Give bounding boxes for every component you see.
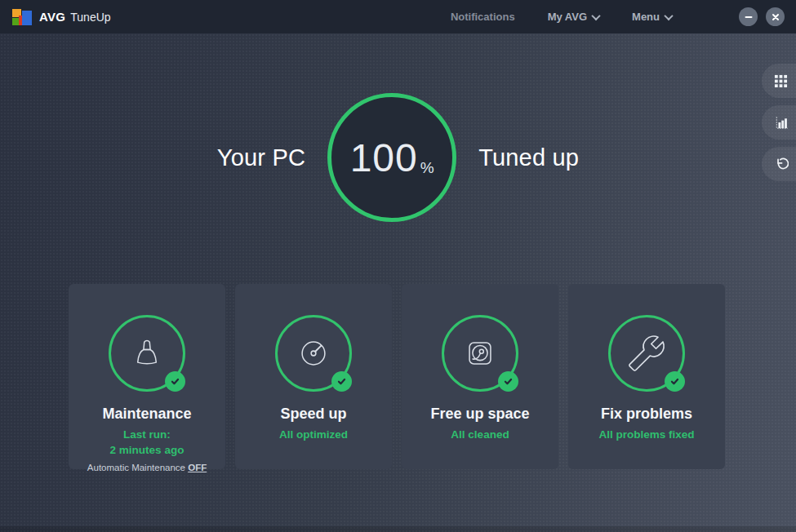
brand: AVG TuneUp (11, 7, 111, 28)
minimize-icon (744, 12, 754, 22)
card-maintenance[interactable]: Maintenance Last run: 2 minutes ago Auto… (69, 284, 225, 469)
maintenance-ring (109, 315, 185, 392)
notifications-link[interactable]: Notifications (451, 11, 515, 23)
fix-problems-ring (608, 315, 685, 392)
card-free-up-space[interactable]: Free up space All cleaned (402, 284, 558, 469)
score-value: 100 (350, 135, 418, 180)
dashboard-grid-button[interactable] (762, 64, 796, 98)
undo-rescan-icon (773, 157, 789, 172)
menu-label: Menu (632, 11, 660, 23)
card-fix-problems[interactable]: Fix problems All problems fixed (568, 284, 725, 469)
apps-grid-icon (774, 74, 788, 88)
status-line: All problems fixed (568, 428, 725, 443)
hero-left-label: Your PC (217, 144, 305, 171)
disk-icon (461, 335, 499, 372)
close-button[interactable] (766, 7, 785, 26)
brush-icon (128, 335, 166, 372)
main-content: Your PC 100 % Tuned up (0, 33, 796, 532)
speed-up-ring (275, 315, 352, 392)
status-line: All optimized (235, 428, 392, 443)
card-title: Fix problems (568, 406, 725, 423)
titlebar: AVG TuneUp Notifications My AVG Menu (0, 0, 796, 33)
check-icon (503, 376, 514, 387)
status-line: Last run: (69, 428, 225, 443)
check-icon (170, 376, 180, 387)
minimize-button[interactable] (739, 7, 758, 26)
menu-dropdown[interactable]: Menu (632, 11, 672, 23)
my-avg-label: My AVG (548, 11, 587, 23)
score-percent: % (420, 159, 434, 177)
score-circle: 100 % (327, 93, 456, 222)
notifications-label: Notifications (451, 11, 515, 23)
check-icon (669, 376, 680, 387)
product-name: TuneUp (70, 11, 110, 24)
avg-tuneup-window: AVG TuneUp Notifications My AVG Menu (0, 0, 796, 532)
statistics-button[interactable] (762, 105, 796, 140)
check-badge (665, 371, 685, 392)
footnote-text: Automatic Maintenance (87, 463, 188, 472)
window-controls (739, 7, 785, 26)
check-badge (165, 371, 185, 392)
side-rail (762, 64, 796, 181)
automatic-maintenance-toggle[interactable]: OFF (188, 463, 207, 472)
brand-name: AVG (39, 10, 65, 24)
bar-chart-icon (773, 115, 789, 131)
check-badge (498, 371, 518, 392)
free-up-space-ring (442, 315, 518, 392)
card-title: Maintenance (69, 406, 225, 423)
tuneup-status: Your PC 100 % Tuned up (0, 93, 796, 222)
rescan-button[interactable] (762, 147, 796, 181)
check-icon (336, 376, 347, 387)
titlebar-nav: Notifications My AVG Menu (451, 7, 785, 26)
cards-row: Maintenance Last run: 2 minutes ago Auto… (69, 284, 725, 469)
chevron-down-icon (664, 11, 673, 20)
chevron-down-icon (591, 11, 600, 20)
hero-right-label: Tuned up (478, 144, 579, 171)
card-title: Speed up (235, 406, 392, 423)
card-status: All cleaned (402, 428, 558, 443)
gauge-icon (295, 335, 332, 372)
close-icon (771, 12, 780, 22)
status-line: 2 minutes ago (69, 443, 225, 459)
avg-logo-icon (11, 7, 33, 28)
card-title: Free up space (402, 406, 558, 423)
automatic-maintenance-note: Automatic Maintenance OFF (69, 463, 225, 472)
card-status: All problems fixed (568, 428, 725, 443)
my-avg-menu[interactable]: My AVG (548, 11, 599, 23)
card-status: All optimized (235, 428, 392, 443)
card-status: Last run: 2 minutes ago (69, 428, 225, 459)
status-line: All cleaned (402, 428, 558, 443)
card-speed-up[interactable]: Speed up All optimized (235, 284, 392, 469)
wrench-icon (628, 335, 665, 372)
check-badge (331, 371, 352, 392)
